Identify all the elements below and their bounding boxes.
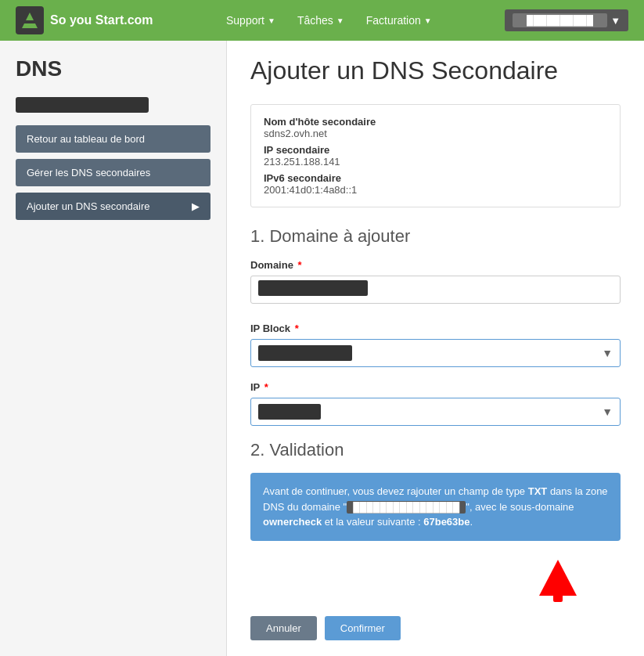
nav-support-arrow: ▼	[268, 16, 275, 25]
cancel-button[interactable]: Annuler	[250, 616, 317, 640]
info-label-ip: IP secondaire	[264, 144, 607, 156]
domaine-label: Domaine *	[250, 259, 621, 271]
alert-text-suffix: ", avec le sous-domaine	[466, 501, 574, 513]
header: So you Start.com Support ▼ Tâches ▼ Fact…	[0, 0, 644, 41]
alert-domain-redacted: ████████████████	[347, 501, 466, 514]
info-label-ipv6: IPv6 secondaire	[264, 172, 607, 184]
up-arrow-icon	[534, 557, 581, 604]
ipblock-group: IP Block * ▼	[250, 323, 621, 367]
ipblock-label: IP Block *	[250, 323, 621, 334]
alert-text-prefix: Avant de continuer, vous devez rajouter …	[263, 485, 528, 497]
sidebar-btn-gerer[interactable]: Gérer les DNS secondaires	[16, 159, 210, 186]
nav-support[interactable]: Support ▼	[217, 9, 285, 31]
header-nav: Support ▼ Tâches ▼ Facturation ▼	[177, 9, 482, 31]
ip-select[interactable]	[250, 398, 621, 426]
alert-text-val: et la valeur suivante :	[322, 516, 423, 528]
logo-icon	[16, 6, 44, 34]
info-label-hostname: Nom d'hôte secondaire	[264, 116, 607, 128]
sidebar: DNS Retour au tableau de bord Gérer les …	[0, 41, 227, 656]
ipblock-required: *	[295, 323, 299, 334]
ip-required: *	[264, 381, 268, 393]
alert-subdomain: ownercheck	[263, 516, 322, 528]
alert-txt-bold: TXT	[528, 485, 548, 497]
action-buttons: Annuler Confirmer	[250, 616, 621, 640]
sidebar-btn-ajouter[interactable]: Ajouter un DNS secondaire ▶	[16, 193, 210, 220]
main-content: Ajouter un DNS Secondaire Nom d'hôte sec…	[227, 41, 644, 656]
sidebar-btn-retour[interactable]: Retour au tableau de bord	[16, 125, 210, 153]
domaine-group: Domaine *	[250, 259, 621, 319]
user-menu[interactable]: ██████████ ▼	[505, 9, 628, 31]
nav-facturation-arrow: ▼	[424, 16, 432, 25]
confirm-button[interactable]: Confirmer	[325, 616, 401, 640]
section1-title: 1. Domaine à ajouter	[250, 226, 621, 247]
sidebar-btn-ajouter-arrow: ▶	[192, 200, 200, 212]
sidebar-title: DNS	[0, 56, 226, 97]
svg-rect-4	[553, 585, 563, 602]
info-value-ipv6: 2001:41d0:1:4a8d::1	[264, 184, 607, 196]
ip-select-wrapper: ▼	[250, 398, 621, 426]
sidebar-redacted	[16, 97, 149, 113]
page-title: Ajouter un DNS Secondaire	[250, 56, 621, 85]
username-redacted: ██████████	[513, 13, 607, 27]
logo-text: So you Start.com	[50, 13, 153, 27]
alert-value-bold: 67be63be	[423, 516, 470, 528]
ip-label: IP *	[250, 381, 621, 393]
ipblock-select[interactable]	[250, 339, 621, 367]
svg-rect-2	[24, 20, 35, 23]
alert-text-end: .	[470, 516, 473, 528]
nav-facturation[interactable]: Facturation ▼	[357, 9, 441, 31]
layout: DNS Retour au tableau de bord Gérer les …	[0, 41, 644, 656]
user-arrow: ▼	[610, 15, 621, 27]
info-box: Nom d'hôte secondaire sdns2.ovh.net IP s…	[250, 104, 621, 207]
section2-title: 2. Validation	[250, 440, 621, 460]
ipblock-select-wrapper: ▼	[250, 339, 621, 367]
ip-group: IP * ▼	[250, 381, 621, 426]
domaine-input[interactable]	[250, 276, 621, 304]
domaine-required: *	[298, 259, 302, 271]
info-value-ip: 213.251.188.141	[264, 156, 607, 168]
info-value-hostname: sdns2.ovh.net	[264, 128, 607, 139]
validation-alert: Avant de continuer, vous devez rajouter …	[250, 473, 621, 541]
logo[interactable]: So you Start.com	[16, 6, 153, 34]
nav-taches[interactable]: Tâches ▼	[288, 9, 354, 31]
arrow-indicator	[250, 557, 621, 604]
nav-taches-arrow: ▼	[336, 16, 344, 25]
